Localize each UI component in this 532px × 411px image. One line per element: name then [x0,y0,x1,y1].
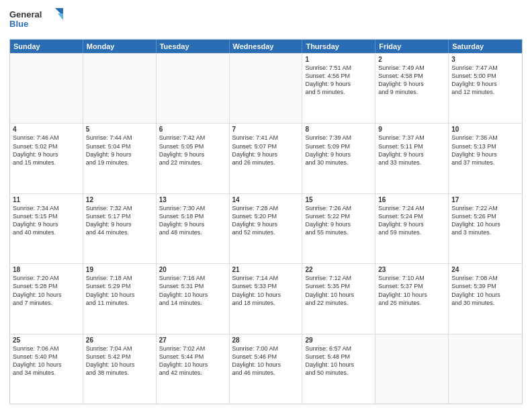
cal-day-8: 8Sunrise: 7:39 AMSunset: 5:09 PMDaylight… [302,124,375,193]
svg-marker-3 [58,13,63,20]
day-header-tuesday: Tuesday [157,40,230,53]
day-info: Sunrise: 7:10 AMSunset: 5:37 PMDaylight:… [378,274,445,307]
day-number: 6 [159,126,226,133]
day-info: Sunrise: 7:39 AMSunset: 5:09 PMDaylight:… [305,134,372,167]
day-info: Sunrise: 7:24 AMSunset: 5:24 PMDaylight:… [378,204,445,237]
cal-day-3: 3Sunrise: 7:47 AMSunset: 5:00 PMDaylight… [449,54,522,123]
day-info: Sunrise: 7:26 AMSunset: 5:22 PMDaylight:… [305,204,372,237]
day-number: 27 [159,336,226,344]
day-info: Sunrise: 7:49 AMSunset: 4:58 PMDaylight:… [378,64,445,97]
day-number: 3 [451,56,519,63]
day-info: Sunrise: 7:06 AMSunset: 5:40 PMDaylight:… [13,345,80,377]
cal-day-17: 17Sunrise: 7:22 AMSunset: 5:26 PMDayligh… [449,194,522,263]
day-number: 4 [13,126,80,133]
cal-day-27: 27Sunrise: 7:02 AMSunset: 5:44 PMDayligh… [157,334,230,404]
cal-day-20: 20Sunrise: 7:16 AMSunset: 5:31 PMDayligh… [157,264,230,333]
cal-day-15: 15Sunrise: 7:26 AMSunset: 5:22 PMDayligh… [302,194,375,263]
day-info: Sunrise: 7:44 AMSunset: 5:04 PMDaylight:… [86,134,153,167]
cal-day-7: 7Sunrise: 7:41 AMSunset: 5:07 PMDaylight… [230,124,303,193]
day-info: Sunrise: 7:36 AMSunset: 5:13 PMDaylight:… [451,134,519,167]
day-info: Sunrise: 7:51 AMSunset: 4:56 PMDaylight:… [305,64,372,97]
day-info: Sunrise: 7:08 AMSunset: 5:39 PMDaylight:… [451,274,519,307]
day-number: 11 [13,196,80,203]
day-number: 29 [305,336,372,344]
calendar-week-1: 1Sunrise: 7:51 AMSunset: 4:56 PMDaylight… [10,53,522,123]
day-header-friday: Friday [375,40,449,53]
day-number: 13 [159,196,226,203]
cal-day-9: 9Sunrise: 7:37 AMSunset: 5:11 PMDaylight… [375,124,449,193]
cal-day-12: 12Sunrise: 7:32 AMSunset: 5:17 PMDayligh… [83,194,157,263]
day-info: Sunrise: 7:14 AMSunset: 5:33 PMDaylight:… [232,274,300,307]
day-number: 19 [86,266,153,273]
cal-empty [157,54,230,123]
day-number: 1 [305,56,372,63]
cal-day-28: 28Sunrise: 7:00 AMSunset: 5:46 PMDayligh… [230,334,303,404]
day-number: 12 [86,196,153,203]
day-info: Sunrise: 7:28 AMSunset: 5:20 PMDaylight:… [232,204,300,237]
header: General Blue [9,7,523,35]
cal-day-11: 11Sunrise: 7:34 AMSunset: 5:15 PMDayligh… [10,194,83,263]
day-header-wednesday: Wednesday [230,40,303,53]
cal-day-25: 25Sunrise: 7:06 AMSunset: 5:40 PMDayligh… [10,334,83,404]
day-info: Sunrise: 7:46 AMSunset: 5:02 PMDaylight:… [13,134,80,167]
cal-empty [449,334,522,404]
day-number: 25 [13,336,80,344]
day-header-sunday: Sunday [10,40,83,53]
cal-day-14: 14Sunrise: 7:28 AMSunset: 5:20 PMDayligh… [230,194,303,263]
day-info: Sunrise: 7:47 AMSunset: 5:00 PMDaylight:… [451,64,519,97]
cal-day-6: 6Sunrise: 7:42 AMSunset: 5:05 PMDaylight… [157,124,230,193]
page: General Blue SundayMondayTuesdayWednesda… [0,0,532,411]
day-number: 2 [378,56,445,63]
day-info: Sunrise: 7:04 AMSunset: 5:42 PMDaylight:… [86,345,153,377]
day-number: 14 [232,196,300,203]
cal-empty [10,54,83,123]
calendar: SundayMondayTuesdayWednesdayThursdayFrid… [9,39,523,404]
day-info: Sunrise: 7:32 AMSunset: 5:17 PMDaylight:… [86,204,153,237]
day-number: 22 [305,266,372,273]
day-number: 23 [378,266,445,273]
cal-empty [375,334,449,404]
day-info: Sunrise: 7:00 AMSunset: 5:46 PMDaylight:… [232,345,300,377]
day-info: Sunrise: 7:02 AMSunset: 5:44 PMDaylight:… [159,345,226,377]
cal-day-23: 23Sunrise: 7:10 AMSunset: 5:37 PMDayligh… [375,264,449,333]
day-number: 26 [86,336,153,344]
day-info: Sunrise: 7:41 AMSunset: 5:07 PMDaylight:… [232,134,300,167]
cal-day-18: 18Sunrise: 7:20 AMSunset: 5:28 PMDayligh… [10,264,83,333]
day-number: 5 [86,126,153,133]
day-number: 28 [232,336,300,344]
cal-day-21: 21Sunrise: 7:14 AMSunset: 5:33 PMDayligh… [230,264,303,333]
day-number: 24 [451,266,519,273]
day-header-saturday: Saturday [449,40,522,53]
calendar-week-5: 25Sunrise: 7:06 AMSunset: 5:40 PMDayligh… [10,334,522,404]
day-info: Sunrise: 7:42 AMSunset: 5:05 PMDaylight:… [159,134,226,167]
day-info: Sunrise: 7:16 AMSunset: 5:31 PMDaylight:… [159,274,226,307]
cal-day-2: 2Sunrise: 7:49 AMSunset: 4:58 PMDaylight… [375,54,449,123]
day-number: 17 [451,196,519,203]
day-info: Sunrise: 7:22 AMSunset: 5:26 PMDaylight:… [451,204,519,237]
day-number: 21 [232,266,300,273]
cal-day-16: 16Sunrise: 7:24 AMSunset: 5:24 PMDayligh… [375,194,449,263]
day-number: 18 [13,266,80,273]
day-header-thursday: Thursday [302,40,375,53]
cal-day-24: 24Sunrise: 7:08 AMSunset: 5:39 PMDayligh… [449,264,522,333]
cal-day-13: 13Sunrise: 7:30 AMSunset: 5:18 PMDayligh… [157,194,230,263]
cal-day-26: 26Sunrise: 7:04 AMSunset: 5:42 PMDayligh… [83,334,157,404]
svg-text:General: General [9,9,42,19]
day-number: 10 [451,126,519,133]
cal-day-1: 1Sunrise: 7:51 AMSunset: 4:56 PMDaylight… [302,54,375,123]
cal-day-19: 19Sunrise: 7:18 AMSunset: 5:29 PMDayligh… [83,264,157,333]
calendar-week-3: 11Sunrise: 7:34 AMSunset: 5:15 PMDayligh… [10,193,522,263]
day-info: Sunrise: 6:57 AMSunset: 5:48 PMDaylight:… [305,345,372,377]
calendar-body: 1Sunrise: 7:51 AMSunset: 4:56 PMDaylight… [10,53,522,404]
logo-svg: General Blue [9,7,63,35]
day-number: 8 [305,126,372,133]
cal-day-22: 22Sunrise: 7:12 AMSunset: 5:35 PMDayligh… [302,264,375,333]
day-number: 7 [232,126,300,133]
day-header-monday: Monday [83,40,157,53]
day-info: Sunrise: 7:37 AMSunset: 5:11 PMDaylight:… [378,134,445,167]
cal-day-29: 29Sunrise: 6:57 AMSunset: 5:48 PMDayligh… [302,334,375,404]
cal-day-5: 5Sunrise: 7:44 AMSunset: 5:04 PMDaylight… [83,124,157,193]
logo: General Blue [9,7,63,35]
day-info: Sunrise: 7:34 AMSunset: 5:15 PMDaylight:… [13,204,80,237]
day-info: Sunrise: 7:18 AMSunset: 5:29 PMDaylight:… [86,274,153,307]
